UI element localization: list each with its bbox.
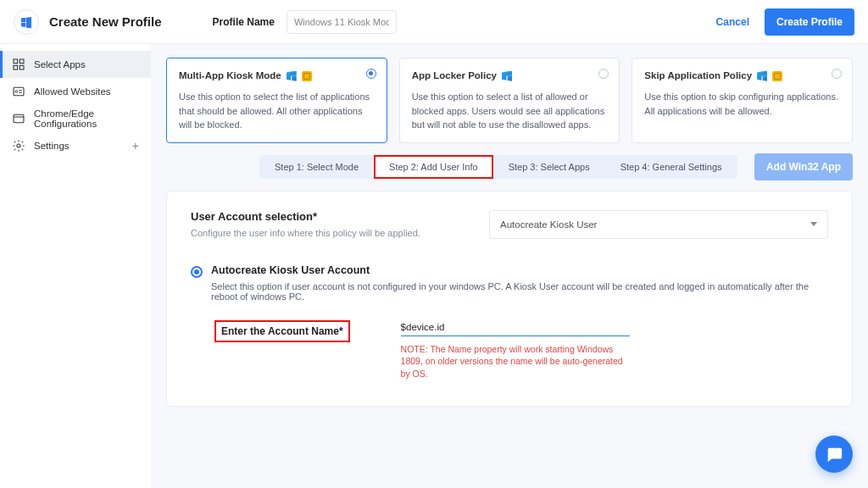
card-title: App Locker Policy bbox=[412, 69, 497, 83]
windows-icon bbox=[502, 71, 512, 81]
plus-icon: + bbox=[132, 139, 139, 152]
radio-icon bbox=[598, 69, 609, 79]
steps-row: Step 1: Select Mode Step 2: Add User Inf… bbox=[166, 153, 853, 180]
steps: Step 1: Select Mode Step 2: Add User Inf… bbox=[259, 155, 737, 179]
sidebar-item-label: Allowed Websites bbox=[34, 86, 111, 97]
svg-rect-3 bbox=[19, 65, 24, 69]
account-note: NOTE: The Name property will work starti… bbox=[401, 343, 630, 380]
account-name-label: Enter the Account Name* bbox=[214, 320, 350, 342]
card-desc: Use this option to select a list of allo… bbox=[412, 90, 608, 132]
browser-icon bbox=[12, 112, 25, 125]
sidebar-item-label: Chrome/Edge Configurations bbox=[34, 108, 139, 129]
card-title: Multi-App Kiosk Mode bbox=[179, 69, 281, 83]
sidebar: Select Apps Allowed Websites Chrome/Edge… bbox=[0, 44, 151, 488]
account-name-input[interactable] bbox=[401, 320, 630, 336]
card-app-locker[interactable]: App Locker Policy Use this option to sel… bbox=[399, 58, 620, 143]
profile-name-input[interactable] bbox=[287, 10, 397, 34]
card-desc: Use this option to skip configuring appl… bbox=[644, 90, 840, 118]
step-select-apps[interactable]: Step 3: Select Apps bbox=[493, 155, 605, 179]
main-content: Multi-App Kiosk Mode Use this option to … bbox=[151, 44, 868, 488]
sidebar-item-settings[interactable]: Settings + bbox=[0, 132, 151, 159]
gear-icon bbox=[12, 139, 25, 152]
windows-icon bbox=[757, 71, 767, 81]
svg-point-10 bbox=[17, 144, 20, 147]
windows-icon bbox=[287, 71, 297, 81]
option-autocreate[interactable]: Autocreate Kiosk User Account Select thi… bbox=[191, 264, 828, 302]
svg-rect-1 bbox=[19, 59, 24, 64]
step-add-user-info[interactable]: Step 2: Add User Info bbox=[374, 155, 493, 179]
radio-icon bbox=[832, 69, 842, 79]
svg-rect-8 bbox=[14, 114, 24, 122]
globe-icon bbox=[12, 85, 25, 98]
svg-rect-2 bbox=[14, 65, 18, 69]
sidebar-item-allowed-websites[interactable]: Allowed Websites bbox=[0, 78, 151, 105]
step-select-mode[interactable]: Step 1: Select Mode bbox=[259, 155, 374, 179]
section-subtitle: Configure the user info where this polic… bbox=[191, 228, 455, 238]
svg-point-5 bbox=[15, 91, 18, 93]
account-name-row: Enter the Account Name* NOTE: The Name p… bbox=[214, 320, 828, 380]
option-title: Autocreate Kiosk User Account bbox=[211, 264, 828, 276]
chat-icon bbox=[825, 445, 843, 463]
svg-rect-0 bbox=[14, 59, 18, 64]
chevron-down-icon bbox=[810, 222, 817, 226]
page-title: Create New Profile bbox=[49, 14, 162, 29]
app-icon bbox=[302, 71, 312, 81]
user-account-panel: User Account selection* Configure the us… bbox=[166, 191, 853, 407]
select-value: Autocreate Kiosk User bbox=[500, 219, 597, 230]
sidebar-item-chrome-edge[interactable]: Chrome/Edge Configurations bbox=[0, 105, 151, 132]
chat-button[interactable] bbox=[815, 435, 853, 473]
radio-icon bbox=[366, 69, 376, 79]
mode-cards: Multi-App Kiosk Mode Use this option to … bbox=[166, 58, 853, 143]
option-desc: Select this option if user account is no… bbox=[211, 281, 828, 302]
card-title: Skip Application Policy bbox=[644, 69, 752, 83]
card-multi-app-kiosk[interactable]: Multi-App Kiosk Mode Use this option to … bbox=[166, 58, 387, 143]
windows-icon bbox=[19, 15, 33, 29]
apps-icon bbox=[12, 58, 25, 71]
header: Create New Profile Profile Name Cancel C… bbox=[0, 0, 868, 44]
profile-name-label: Profile Name bbox=[213, 16, 275, 28]
add-win32-app-button[interactable]: Add Win32 App bbox=[754, 153, 853, 180]
step-general-settings[interactable]: Step 4: General Settings bbox=[605, 155, 737, 179]
sidebar-item-label: Settings bbox=[34, 141, 70, 151]
app-icon bbox=[772, 71, 782, 81]
create-profile-button[interactable]: Create Profile bbox=[765, 8, 854, 36]
section-title: User Account selection* bbox=[191, 210, 455, 223]
card-skip-application[interactable]: Skip Application Policy Use this option … bbox=[632, 58, 853, 143]
sidebar-item-select-apps[interactable]: Select Apps bbox=[0, 51, 151, 78]
logo bbox=[14, 9, 39, 35]
card-desc: Use this option to select the list of ap… bbox=[179, 90, 375, 132]
user-account-select[interactable]: Autocreate Kiosk User bbox=[489, 210, 828, 239]
sidebar-item-label: Select Apps bbox=[34, 59, 86, 69]
cancel-button[interactable]: Cancel bbox=[716, 16, 749, 28]
radio-checked-icon bbox=[191, 266, 203, 278]
